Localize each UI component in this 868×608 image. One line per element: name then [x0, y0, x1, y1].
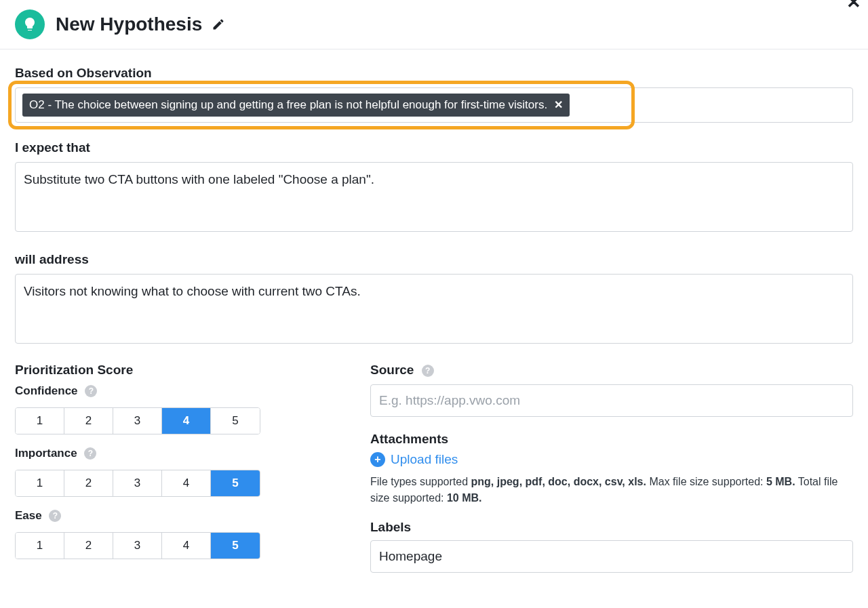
score-option-3[interactable]: 3: [113, 533, 162, 559]
score-option-2[interactable]: 2: [64, 470, 113, 496]
help-icon[interactable]: ?: [84, 447, 96, 460]
score-option-4[interactable]: 4: [162, 408, 211, 434]
help-icon[interactable]: ?: [85, 385, 97, 397]
upload-files-label: Upload files: [391, 452, 458, 467]
score-option-4[interactable]: 4: [162, 470, 211, 496]
modal-header: ✕ New Hypothesis: [0, 0, 868, 49]
help-icon[interactable]: ?: [422, 365, 434, 377]
importance-label: Importance ?: [15, 447, 334, 460]
modal-title: New Hypothesis: [56, 14, 202, 35]
attachments-label: Attachments: [370, 432, 853, 447]
score-option-5[interactable]: 5: [211, 408, 260, 434]
ease-score: 12345: [15, 532, 260, 559]
score-option-3[interactable]: 3: [113, 470, 162, 496]
address-label: will address: [15, 252, 853, 267]
confidence-score: 12345: [15, 407, 260, 434]
upload-files-button[interactable]: + Upload files: [370, 452, 853, 467]
score-option-2[interactable]: 2: [64, 533, 113, 559]
ease-label: Ease ?: [15, 509, 334, 523]
edit-icon[interactable]: [212, 18, 225, 31]
prioritization-heading: Prioritization Score: [15, 363, 334, 378]
score-option-3[interactable]: 3: [113, 408, 162, 434]
attachments-help: File types supported png, jpeg, pdf, doc…: [370, 474, 853, 506]
score-option-1[interactable]: 1: [16, 470, 64, 496]
confidence-label: Confidence ?: [15, 384, 334, 398]
expect-input[interactable]: [15, 162, 853, 232]
score-option-4[interactable]: 4: [162, 533, 211, 559]
score-option-5[interactable]: 5: [211, 470, 260, 496]
address-input[interactable]: [15, 274, 853, 344]
source-input[interactable]: [370, 384, 853, 417]
expect-label: I expect that: [15, 140, 853, 155]
labels-label: Labels: [370, 520, 853, 535]
close-icon[interactable]: ✕: [846, 0, 861, 11]
score-option-1[interactable]: 1: [16, 533, 64, 559]
observation-label: Based on Observation: [15, 66, 853, 81]
importance-score: 12345: [15, 470, 260, 497]
help-icon[interactable]: ?: [49, 510, 61, 522]
modal-body: Based on Observation O2 - The choice bet…: [0, 49, 868, 573]
chip-remove-icon[interactable]: ✕: [554, 98, 563, 113]
observation-chip-text: O2 - The choice between signing up and g…: [29, 98, 547, 113]
hypothesis-icon: [15, 9, 45, 39]
plus-circle-icon: +: [370, 452, 385, 467]
labels-field[interactable]: Homepage: [370, 540, 853, 573]
score-option-5[interactable]: 5: [211, 533, 260, 559]
observation-field[interactable]: O2 - The choice between signing up and g…: [15, 87, 853, 123]
source-label: Source ?: [370, 363, 853, 378]
score-option-1[interactable]: 1: [16, 408, 64, 434]
observation-chip: O2 - The choice between signing up and g…: [22, 94, 570, 117]
score-option-2[interactable]: 2: [64, 408, 113, 434]
